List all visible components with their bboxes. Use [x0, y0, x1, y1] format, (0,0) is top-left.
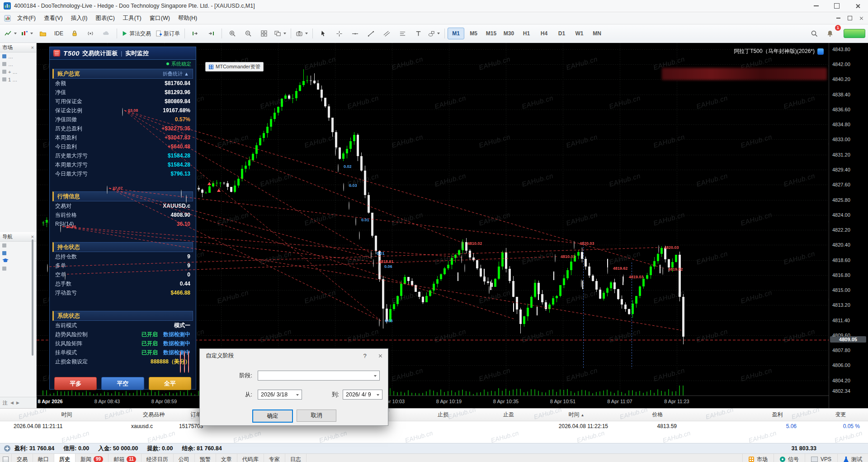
time-axis[interactable]: 8 Apr 20268 Apr 08:438 Apr 08:598 Apr 09… — [37, 395, 829, 408]
child-restore-icon[interactable] — [848, 16, 852, 20]
from-date-select[interactable]: 2026/ 3/18 — [258, 390, 302, 400]
column-header-6[interactable]: 价格 — [638, 409, 677, 421]
search-button[interactable] — [807, 27, 822, 40]
arrange-windows-button[interactable] — [272, 27, 288, 40]
menu-item-2[interactable]: 插入(I) — [67, 14, 92, 22]
child-minimize-icon[interactable] — [836, 18, 840, 19]
crosshair-tool-button[interactable] — [331, 27, 347, 40]
tab-文章[interactable]: 文章 — [216, 454, 237, 462]
tab-预警[interactable]: 预警 — [195, 454, 216, 462]
to-date-select[interactable]: 2026/ 4/ 9 — [343, 390, 382, 400]
market-watch-item[interactable]: + … — [0, 68, 36, 76]
fibonacci-tool-button[interactable] — [395, 27, 410, 40]
shapes-tool-button[interactable] — [426, 27, 442, 40]
hline-tool-button[interactable] — [347, 27, 363, 40]
chart-shift-button[interactable] — [188, 27, 203, 40]
broadcast-button[interactable] — [83, 27, 98, 40]
close-icon[interactable]: × — [31, 45, 34, 50]
market-watch-item[interactable]: … — [0, 52, 36, 60]
status-item-市场[interactable]: 市场 — [742, 454, 774, 462]
column-header-0[interactable]: 时间 — [14, 409, 120, 421]
column-header-7[interactable]: 盈利 — [758, 409, 797, 421]
ide-button[interactable]: IDE — [51, 27, 66, 40]
menu-item-3[interactable]: 图表(C) — [91, 14, 118, 22]
navigator-item[interactable] — [0, 257, 36, 265]
market-watch-item[interactable]: 1 … — [0, 76, 36, 83]
timeframe-m30[interactable]: M30 — [500, 28, 517, 39]
channel-tool-button[interactable] — [379, 27, 394, 40]
screenshot-button[interactable] — [294, 27, 310, 40]
tab-历史[interactable]: 历史 — [54, 454, 75, 462]
rail-bottom-tab[interactable]: 注 ◀ ▶ — [0, 397, 42, 408]
timeframe-mn[interactable]: MN — [589, 28, 605, 39]
rail-scrollbar[interactable] — [32, 239, 33, 356]
cloud-button[interactable] — [99, 27, 114, 40]
status-item-信号[interactable]: 信号 — [774, 454, 805, 462]
scroll-right-icon[interactable]: ▶ — [16, 400, 19, 405]
ea-icon[interactable] — [817, 48, 824, 55]
dialog-help-button[interactable]: ? — [357, 349, 373, 362]
timeframe-m5[interactable]: M5 — [465, 28, 482, 39]
close-button[interactable] — [847, 0, 868, 12]
stage-select[interactable] — [258, 371, 380, 381]
tab-日志[interactable]: 日志 — [285, 454, 307, 462]
tab-新闻[interactable]: 新闻99 — [75, 454, 108, 462]
tile-windows-button[interactable] — [256, 27, 272, 40]
column-header-4[interactable]: 止盈 — [491, 409, 527, 421]
trendline-tool-button[interactable] — [363, 27, 378, 40]
algo-trading-button[interactable]: 算法交易 — [120, 27, 153, 40]
lock-button[interactable] — [67, 27, 82, 40]
timeframe-m1[interactable]: M1 — [448, 28, 464, 39]
plus-circle-icon[interactable] — [4, 445, 10, 452]
tab-交易[interactable]: 交易 — [12, 454, 33, 462]
timeframe-m15[interactable]: M15 — [483, 28, 500, 39]
chart-area[interactable]: EAHub.cnEAHub.cnEAHub.cnEAHub.cnEAHub.cn… — [37, 43, 868, 408]
navigator-header[interactable]: 导航 × — [0, 232, 36, 242]
column-header-1[interactable]: 交易品种 — [131, 409, 176, 421]
tab-邮箱[interactable]: 邮箱11 — [108, 454, 142, 462]
new-chart-button[interactable] — [19, 27, 35, 40]
cursor-tool-button[interactable] — [316, 27, 331, 40]
menu-item-5[interactable]: 窗口(W) — [146, 14, 174, 22]
status-item-VPS[interactable]: VPS — [805, 454, 837, 462]
notifications-button[interactable]: 1 — [822, 27, 838, 40]
panel-grid-icon[interactable] — [3, 457, 9, 462]
new-order-button[interactable]: 新订单 — [153, 27, 182, 40]
menu-item-1[interactable]: 查看(V) — [40, 14, 67, 22]
navigator-item[interactable] — [0, 242, 36, 249]
timeframe-h1[interactable]: H1 — [518, 28, 535, 39]
dialog-close-button[interactable] — [373, 349, 388, 362]
close-icon[interactable]: × — [31, 234, 34, 239]
child-close-icon[interactable] — [859, 16, 863, 20]
navigator-item[interactable] — [0, 249, 36, 257]
timeframe-d1[interactable]: D1 — [553, 28, 570, 39]
tab-敞口[interactable]: 敞口 — [33, 454, 54, 462]
price-axis[interactable]: 4843.804842.004840.204838.404836.604834.… — [829, 43, 868, 408]
column-header-5[interactable]: 时间▲ — [545, 409, 608, 421]
tab-经济日历[interactable]: 经济日历 — [142, 454, 174, 462]
chart-type-button[interactable] — [3, 27, 19, 40]
timeframe-h4[interactable]: H4 — [536, 28, 552, 39]
panel-button-平空[interactable]: 平空 — [101, 377, 144, 390]
profiles-button[interactable] — [35, 27, 51, 40]
menu-item-0[interactable]: 文件(F) — [13, 14, 40, 22]
ok-button[interactable]: 确定 — [252, 410, 293, 423]
status-item-测试[interactable]: 测试 — [837, 454, 868, 462]
minimize-button[interactable] — [806, 0, 826, 12]
mtcommander-button[interactable]: MTCommander资管 — [205, 62, 264, 71]
timeframe-w1[interactable]: W1 — [571, 28, 588, 39]
panel-button-平多[interactable]: 平多 — [54, 377, 97, 390]
column-header-8[interactable]: 变更 — [821, 409, 860, 421]
tab-公司[interactable]: 公司 — [174, 454, 195, 462]
menu-item-4[interactable]: 工具(T) — [119, 14, 146, 22]
scroll-left-icon[interactable]: ◀ — [10, 400, 14, 405]
panel-button-全平[interactable]: 全平 — [149, 377, 191, 390]
collapse-stats-toggle[interactable]: 折叠统计 ▲ — [163, 71, 189, 77]
zoom-in-button[interactable] — [225, 27, 240, 40]
tab-专家[interactable]: 专家 — [264, 454, 285, 462]
zoom-out-button[interactable] — [241, 27, 256, 40]
text-tool-button[interactable] — [410, 27, 426, 40]
auto-scroll-button[interactable] — [203, 27, 219, 40]
market-watch-header[interactable]: 市场 × — [0, 43, 36, 52]
market-watch-item[interactable]: … — [0, 60, 36, 68]
